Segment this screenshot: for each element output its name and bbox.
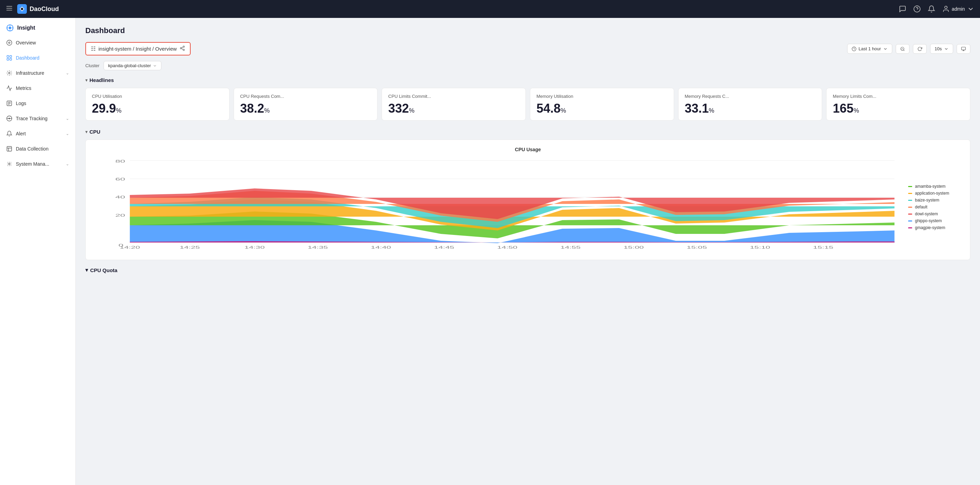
svg-line-28 [181,47,183,48]
svg-point-25 [180,48,182,49]
svg-point-9 [9,27,11,29]
share-icon[interactable] [180,45,185,52]
legend-color-0 [908,186,912,187]
metric-value-5: 165% [833,102,964,115]
svg-rect-13 [10,56,12,57]
cpu-quota-section-header[interactable]: ▾ CPU Quota [85,267,970,273]
svg-text:15:05: 15:05 [687,246,707,249]
svg-text:14:45: 14:45 [434,246,454,249]
interval-button[interactable]: 10s [930,44,953,54]
svg-rect-22 [7,147,12,151]
main-content: Dashboard ☷ insight-system / Insight / O… [76,18,980,485]
time-range-button[interactable]: Last 1 hour [847,44,892,54]
message-icon[interactable] [899,5,906,13]
cpu-section-header[interactable]: ▾ CPU [85,129,970,135]
metric-card-cpu-req: CPU Requests Com... 38.2% [234,88,378,121]
svg-point-24 [183,46,185,47]
legend-item-1: application-system [908,191,963,196]
legend-color-4 [908,214,912,215]
sidebar: Insight Overview Dashboard Infrastructur… [0,18,76,485]
svg-point-26 [183,49,185,51]
svg-text:15:15: 15:15 [813,246,834,249]
metric-card-mem-util: Memory Utilisation 54.8% [530,88,674,121]
legend-item-6: gmagpie-system [908,225,963,230]
svg-line-31 [904,49,905,51]
metric-label-1: CPU Requests Com... [240,94,371,99]
sidebar-item-data-collection[interactable]: Data Collection [0,141,75,156]
sidebar-item-metrics[interactable]: Metrics [0,81,75,96]
notification-icon[interactable] [928,5,935,13]
app-logo: DaoCloud [17,4,59,14]
display-button[interactable] [956,44,970,54]
admin-menu[interactable]: admin [942,5,975,13]
sidebar-item-system-manage[interactable]: System Mana... ⌄ [0,156,75,172]
cpu-chart-section: CPU Usage 80 60 40 20 0 [85,139,970,260]
svg-text:14:35: 14:35 [308,246,328,249]
svg-text:14:20: 14:20 [120,246,140,249]
legend-color-5 [908,220,912,222]
legend-item-5: ghippo-system [908,219,963,223]
refresh-button[interactable] [913,44,927,54]
collapse-arrow-headlines: ▾ [85,78,88,83]
metric-card-mem-req: Memory Requests C... 33.1% [678,88,822,121]
legend-color-6 [908,227,912,228]
breadcrumb-path: insight-system / Insight / Overview [99,46,177,52]
cluster-selector[interactable]: kpanda-global-cluster [103,61,161,70]
breadcrumb-selector[interactable]: ☷ insight-system / Insight / Overview [85,42,191,56]
legend-item-4: dowl-system [908,212,963,216]
zoom-out-button[interactable] [896,44,910,54]
sidebar-item-logs[interactable]: Logs [0,96,75,111]
collapse-arrow-cpu: ▾ [85,129,88,134]
legend-item-3: default [908,204,963,209]
cpu-chart-legend: amamba-system application-system baize-s… [908,156,963,254]
cpu-chart: 80 60 40 20 0 [92,156,902,254]
svg-text:15:10: 15:10 [750,246,770,249]
svg-text:14:55: 14:55 [560,246,581,249]
svg-text:14:30: 14:30 [244,246,265,249]
svg-point-11 [9,42,10,44]
sidebar-item-infrastructure[interactable]: Infrastructure ⌄ [0,65,75,81]
metric-label-2: CPU Limits Commit... [388,94,519,99]
sidebar-item-alert[interactable]: Alert ⌄ [0,126,75,141]
topnav: DaoCloud admin [0,0,980,18]
legend-item-0: amamba-system [908,184,963,189]
time-controls: Last 1 hour 10s [847,44,970,54]
legend-color-1 [908,193,912,194]
cluster-row: Cluster kpanda-global-cluster [85,61,970,70]
svg-text:14:25: 14:25 [180,246,200,249]
metric-card-cpu-lim: CPU Limits Commit... 332% [382,88,526,121]
svg-text:14:40: 14:40 [371,246,391,249]
hamburger-icon[interactable] [5,5,13,14]
legend-color-3 [908,207,912,208]
metric-value-3: 54.8% [536,102,668,115]
headlines-section-header[interactable]: ▾ Headlines [85,77,970,83]
help-icon[interactable] [913,5,921,13]
svg-rect-14 [7,59,9,60]
sidebar-item-overview[interactable]: Overview [0,35,75,50]
svg-text:80: 80 [115,159,125,163]
metrics-grid: CPU Utilisation 29.9% CPU Requests Com..… [85,88,970,121]
svg-point-23 [9,163,10,165]
metric-card-mem-lim: Memory Limits Com... 165% [826,88,970,121]
svg-point-16 [9,72,10,74]
svg-text:40: 40 [115,195,125,199]
metric-label-0: CPU Utilisation [92,94,223,99]
chevron-alert: ⌄ [66,131,69,136]
svg-text:20: 20 [115,213,125,217]
chevron-system: ⌄ [66,161,69,166]
chevron-infrastructure: ⌄ [66,70,69,75]
metric-value-4: 33.1% [685,102,816,115]
metric-label-3: Memory Utilisation [536,94,668,99]
sidebar-item-trace-tracking[interactable]: Trace Tracking ⌄ [0,111,75,126]
metric-card-cpu-util: CPU Utilisation 29.9% [85,88,229,121]
svg-text:14:50: 14:50 [497,246,517,249]
metric-value-0: 29.9% [92,102,223,115]
sidebar-item-dashboard[interactable]: Dashboard [0,50,75,65]
svg-point-7 [945,6,947,9]
svg-point-10 [7,40,12,45]
sidebar-app-header: Insight [0,18,75,35]
chevron-trace: ⌄ [66,116,69,121]
svg-rect-15 [10,59,12,60]
svg-text:60: 60 [115,177,125,181]
svg-point-4 [21,8,24,10]
